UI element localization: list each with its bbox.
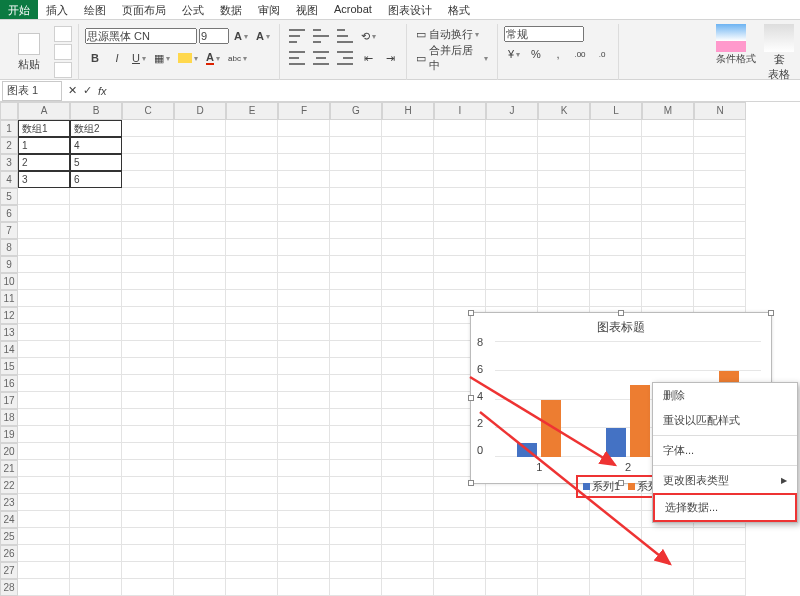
cell[interactable] <box>382 392 434 409</box>
comma-button[interactable]: , <box>548 44 568 64</box>
cell[interactable] <box>382 188 434 205</box>
cell[interactable] <box>330 562 382 579</box>
cell[interactable]: 数组1 <box>18 120 70 137</box>
cell[interactable] <box>278 409 330 426</box>
cell[interactable] <box>278 511 330 528</box>
cell[interactable] <box>226 375 278 392</box>
fill-color-button[interactable] <box>175 48 201 68</box>
cell[interactable] <box>70 426 122 443</box>
cell[interactable] <box>538 222 590 239</box>
cell[interactable] <box>122 358 174 375</box>
cell[interactable] <box>18 579 70 596</box>
cell[interactable] <box>642 188 694 205</box>
col-header[interactable]: C <box>122 102 174 120</box>
cell[interactable] <box>382 545 434 562</box>
cell[interactable] <box>122 307 174 324</box>
cell[interactable] <box>226 137 278 154</box>
cell[interactable] <box>122 477 174 494</box>
cell[interactable] <box>174 375 226 392</box>
cell[interactable] <box>330 171 382 188</box>
row-header[interactable]: 24 <box>0 511 18 528</box>
context-menu-item[interactable]: 更改图表类型▶ <box>653 468 797 493</box>
col-header[interactable]: I <box>434 102 486 120</box>
cell[interactable] <box>70 460 122 477</box>
cut-icon[interactable] <box>54 26 72 42</box>
cell[interactable] <box>226 409 278 426</box>
cell[interactable] <box>122 324 174 341</box>
cell[interactable] <box>382 409 434 426</box>
tab-Acrobat[interactable]: Acrobat <box>326 0 380 19</box>
cell[interactable] <box>122 562 174 579</box>
cell[interactable] <box>382 426 434 443</box>
cell[interactable] <box>590 205 642 222</box>
cell[interactable] <box>278 477 330 494</box>
cell[interactable] <box>382 494 434 511</box>
cell[interactable] <box>174 426 226 443</box>
cell[interactable] <box>538 188 590 205</box>
cell[interactable] <box>434 205 486 222</box>
cell[interactable] <box>226 341 278 358</box>
cell[interactable] <box>278 443 330 460</box>
cell[interactable] <box>538 256 590 273</box>
cell[interactable] <box>330 137 382 154</box>
cell[interactable] <box>122 205 174 222</box>
fx-icon[interactable]: fx <box>98 85 107 97</box>
cell[interactable] <box>486 137 538 154</box>
cell[interactable] <box>226 154 278 171</box>
row-header[interactable]: 12 <box>0 307 18 324</box>
cell[interactable] <box>330 154 382 171</box>
cell[interactable] <box>278 341 330 358</box>
cell[interactable] <box>278 528 330 545</box>
cell[interactable] <box>70 341 122 358</box>
row-header[interactable]: 11 <box>0 290 18 307</box>
cell[interactable] <box>590 273 642 290</box>
cell[interactable] <box>330 256 382 273</box>
cell[interactable] <box>70 409 122 426</box>
cell[interactable] <box>70 545 122 562</box>
cell[interactable] <box>226 358 278 375</box>
cell[interactable] <box>174 171 226 188</box>
cell[interactable] <box>174 324 226 341</box>
cell[interactable] <box>694 171 746 188</box>
col-header[interactable]: D <box>174 102 226 120</box>
col-header[interactable]: L <box>590 102 642 120</box>
cell[interactable] <box>174 579 226 596</box>
cell[interactable] <box>122 375 174 392</box>
cell[interactable] <box>382 358 434 375</box>
merge-center-button[interactable]: ▭合并后居中 <box>413 48 491 68</box>
row-header[interactable]: 9 <box>0 256 18 273</box>
cell[interactable] <box>538 137 590 154</box>
cell[interactable] <box>486 273 538 290</box>
cell[interactable] <box>18 460 70 477</box>
cell[interactable] <box>434 188 486 205</box>
cell[interactable] <box>122 239 174 256</box>
format-painter-icon[interactable] <box>54 62 72 78</box>
cell[interactable] <box>122 273 174 290</box>
cell[interactable] <box>382 477 434 494</box>
percent-button[interactable]: % <box>526 44 546 64</box>
cell[interactable] <box>642 171 694 188</box>
cell[interactable] <box>382 256 434 273</box>
cell[interactable] <box>434 528 486 545</box>
cell[interactable]: 数组2 <box>70 120 122 137</box>
cell[interactable] <box>226 392 278 409</box>
row-header[interactable]: 10 <box>0 273 18 290</box>
cell[interactable] <box>226 205 278 222</box>
cell[interactable] <box>122 426 174 443</box>
cell[interactable] <box>278 579 330 596</box>
cell[interactable] <box>226 545 278 562</box>
cell[interactable] <box>18 273 70 290</box>
underline-button[interactable]: U <box>129 48 149 68</box>
cell[interactable] <box>18 290 70 307</box>
row-header[interactable]: 5 <box>0 188 18 205</box>
cell[interactable] <box>226 273 278 290</box>
cell[interactable] <box>278 392 330 409</box>
cell[interactable] <box>18 324 70 341</box>
cell[interactable] <box>174 460 226 477</box>
cell[interactable] <box>330 222 382 239</box>
conditional-format-button[interactable]: 条件格式 <box>716 24 756 82</box>
cell[interactable] <box>486 239 538 256</box>
align-left-button[interactable] <box>286 48 308 68</box>
cell[interactable] <box>382 290 434 307</box>
row-header[interactable]: 8 <box>0 239 18 256</box>
